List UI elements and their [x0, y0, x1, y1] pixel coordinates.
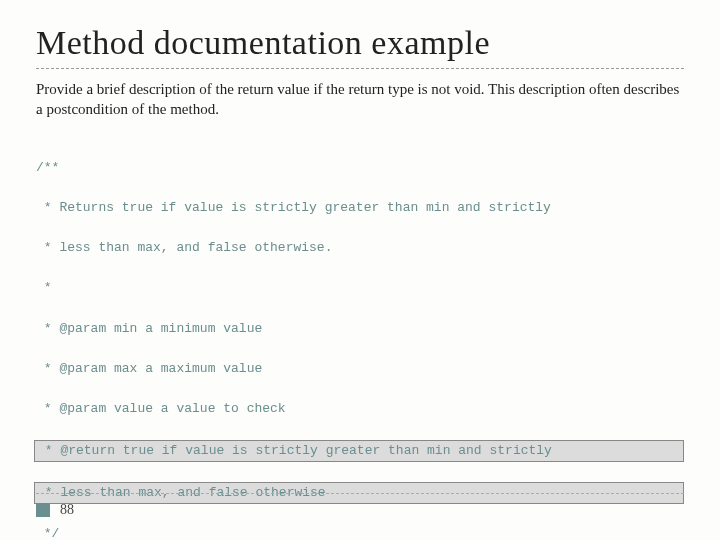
code-line: * @param min a minimum value	[36, 319, 684, 339]
code-line: */	[36, 524, 684, 540]
code-line: * @param value a value to check	[36, 399, 684, 419]
slide-footer: 88	[36, 493, 684, 518]
code-line: * less than max, and false otherwise.	[36, 238, 684, 258]
code-block: /** * Returns true if value is strictly …	[36, 138, 684, 541]
footer-divider	[36, 493, 684, 494]
footer-bullet-icon	[36, 503, 50, 517]
code-line: /**	[36, 158, 684, 178]
title-divider	[36, 68, 684, 69]
code-line: * Returns true if value is strictly grea…	[36, 198, 684, 218]
code-line-highlight: * @return true if value is strictly grea…	[34, 440, 684, 462]
page-title: Method documentation example	[36, 24, 684, 62]
page-number: 88	[60, 502, 74, 518]
code-line: * @param max a maximum value	[36, 359, 684, 379]
code-line: *	[36, 278, 684, 298]
description-text: Provide a brief description of the retur…	[36, 79, 684, 120]
